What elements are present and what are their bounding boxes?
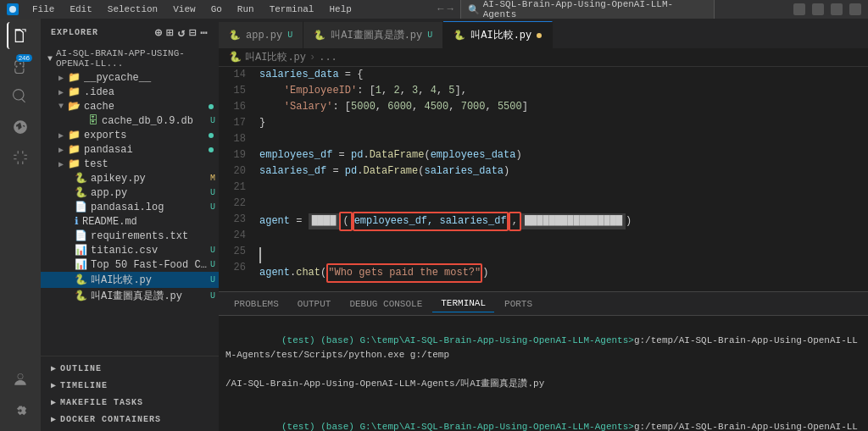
explorer-label: EXPLORER: [51, 28, 98, 37]
terminal-content[interactable]: (test) (base) G:\temp\AI-SQL-Brain-App-U…: [219, 316, 868, 431]
tree-item-top50[interactable]: 📊 Top 50 Fast-Food Chains in ... U: [41, 257, 219, 272]
section-makefile[interactable]: ▶ MAKEFILE TASKS: [41, 394, 219, 411]
tree-item-ai-compare[interactable]: 🐍 叫AI比較.py U: [41, 272, 219, 288]
tree-label: cache: [84, 101, 209, 113]
tree-item-cache[interactable]: ▼ 📂 cache: [41, 99, 219, 113]
collapse-icon[interactable]: ⊟: [189, 25, 197, 40]
tree-item-readme[interactable]: ℹ README.md: [41, 214, 219, 229]
tree-item-apikey[interactable]: 🐍 apikey.py M: [41, 171, 219, 185]
menu-terminal[interactable]: Terminal: [263, 3, 321, 16]
new-file-icon[interactable]: ⊕: [155, 25, 163, 40]
tab-py-icon: 🐍: [314, 30, 326, 41]
tree-item-log[interactable]: 📄 pandasai.log U: [41, 200, 219, 214]
tree-label: app.py: [91, 187, 210, 199]
menu-edit[interactable]: Edit: [63, 3, 98, 16]
folder-icon: 📁: [68, 71, 81, 84]
activity-settings[interactable]: [7, 397, 34, 424]
tree-item-idea[interactable]: ▶ 📁 .idea: [41, 85, 219, 99]
section-arrow: ▶: [51, 397, 57, 407]
code-line-21: [259, 180, 861, 196]
menu-run[interactable]: Run: [231, 3, 261, 16]
tree-arrow: ▼: [54, 102, 68, 111]
tab-ports[interactable]: PORTS: [496, 296, 541, 312]
tree-arrow: ▶: [54, 73, 68, 83]
csv-icon: 📊: [75, 258, 87, 271]
section-label: MAKEFILE TASKS: [60, 398, 143, 407]
py-icon: 🐍: [75, 186, 87, 199]
layout-btn-1[interactable]: [793, 3, 805, 15]
tab-problems[interactable]: PROBLEMS: [225, 296, 287, 312]
tree-label: __pycache__: [84, 72, 219, 84]
badge-u: U: [210, 188, 215, 197]
project-name: AI-SQL-BRAIN-APP-USING-OPENAI-LL...: [56, 48, 219, 69]
tree-item-pycache[interactable]: ▶ 📁 __pycache__: [41, 70, 219, 85]
activity-accounts[interactable]: [7, 367, 34, 394]
editor-content[interactable]: 14 15 16 17 18 19 20 21 22 23 24 25 26 s…: [219, 67, 868, 291]
tree-label: pandasai: [84, 144, 209, 156]
section-outline[interactable]: ▶ OUTLINE: [41, 360, 219, 377]
tab-app-py[interactable]: 🐍 app.py U: [219, 21, 303, 48]
layout-btn-2[interactable]: [812, 3, 824, 15]
sidebar-tree: ▶ 📁 __pycache__ ▶ 📁 .idea ▼ 📂 cache 🗄: [41, 70, 219, 356]
tab-ai-draw[interactable]: 🐍 叫AI畫圖真是讚.py U: [303, 21, 443, 48]
py-icon: 🐍: [75, 274, 87, 286]
activity-search[interactable]: [7, 83, 34, 110]
tree-item-test[interactable]: ▶ 📁 test: [41, 157, 219, 171]
tree-item-titanic[interactable]: 📊 titanic.csv U: [41, 243, 219, 257]
tab-output[interactable]: OUTPUT: [289, 296, 340, 312]
tree-label: apikey.py: [91, 173, 210, 185]
titlebar: File Edit Selection View Go Run Terminal…: [0, 0, 868, 19]
menu-help[interactable]: Help: [322, 3, 358, 16]
sidebar: EXPLORER ⊕ ⊞ ↺ ⊟ ⋯ ▼ AI-SQL-BRAIN-APP-US…: [41, 19, 219, 431]
terminal-line-2: /AI-SQL-Brain-App-Using-OpenAI-LLM-Agent…: [225, 377, 861, 391]
activity-extensions[interactable]: [7, 144, 34, 171]
badge-u: U: [210, 202, 215, 212]
tab-bar: 🐍 app.py U 🐍 叫AI畫圖真是讚.py U 🐍 叫AI比較.py: [219, 19, 868, 48]
refresh-icon[interactable]: ↺: [178, 25, 186, 40]
breadcrumb-file-icon: 🐍: [229, 51, 242, 64]
code-area[interactable]: salaries_data = { 'EmployeeID': [1, 2, 3…: [253, 67, 868, 291]
menu-view[interactable]: View: [166, 3, 202, 16]
badge-u: U: [210, 116, 215, 125]
modified-dot: [209, 133, 214, 138]
nav-forward-icon[interactable]: →: [447, 3, 453, 15]
tree-item-exports[interactable]: ▶ 📁 exports: [41, 128, 219, 142]
layout-btn-4[interactable]: [849, 3, 861, 15]
section-docker[interactable]: ▶ DOCKER CONTAINERS: [41, 411, 219, 428]
tree-label: 叫AI比較.py: [91, 273, 210, 287]
code-line-25: [259, 247, 861, 263]
tree-label: titanic.csv: [91, 245, 210, 257]
menu-file[interactable]: File: [25, 3, 61, 16]
tree-item-requirements[interactable]: 📄 requirements.txt: [41, 229, 219, 243]
activity-run[interactable]: [7, 113, 34, 141]
nav-back-icon[interactable]: ←: [437, 3, 443, 15]
tree-item-ai-draw[interactable]: 🐍 叫AI畫圖真是讚.py U: [41, 288, 219, 304]
activity-explorer[interactable]: [7, 22, 34, 49]
tree-item-app[interactable]: 🐍 app.py U: [41, 185, 219, 200]
folder-icon: 📁: [68, 143, 81, 156]
modified-dot: [209, 147, 214, 152]
menu-selection[interactable]: Selection: [101, 3, 164, 16]
tree-item-cache-db[interactable]: 🗄 cache_db_0.9.db U: [41, 113, 219, 128]
txt-icon: 📄: [75, 229, 87, 242]
terminal-line-1: (test) (base) G:\temp\AI-SQL-Brain-App-U…: [225, 319, 861, 377]
terminal-area: PROBLEMS OUTPUT DEBUG CONSOLE TERMINAL P…: [219, 291, 868, 431]
activity-source-control[interactable]: [7, 52, 34, 80]
badge-u: U: [210, 291, 215, 301]
tab-debug-console[interactable]: DEBUG CONSOLE: [341, 296, 431, 312]
more-actions-icon[interactable]: ⋯: [201, 25, 209, 40]
main-layout: EXPLORER ⊕ ⊞ ↺ ⊟ ⋯ ▼ AI-SQL-BRAIN-APP-US…: [0, 19, 868, 431]
layout-btn-3[interactable]: [831, 3, 843, 15]
tab-ai-compare[interactable]: 🐍 叫AI比較.py: [443, 21, 553, 48]
app-icon: [7, 3, 19, 15]
tree-item-pandasai[interactable]: ▶ 📁 pandasai: [41, 142, 219, 157]
menu-bar: File Edit Selection View Go Run Terminal…: [25, 3, 359, 16]
tree-label: cache_db_0.9.db: [102, 115, 210, 127]
code-line-15: 'EmployeeID': [1, 2, 3, 4, 5],: [259, 83, 861, 99]
terminal-line-4: (test) (base) G:\temp\AI-SQL-Brain-App-U…: [225, 406, 861, 431]
new-folder-icon[interactable]: ⊞: [166, 25, 174, 40]
menu-go[interactable]: Go: [204, 3, 229, 16]
tab-terminal[interactable]: TERMINAL: [432, 295, 494, 312]
project-root[interactable]: ▼ AI-SQL-BRAIN-APP-USING-OPENAI-LL...: [41, 47, 219, 70]
section-timeline[interactable]: ▶ TIMELINE: [41, 377, 219, 394]
